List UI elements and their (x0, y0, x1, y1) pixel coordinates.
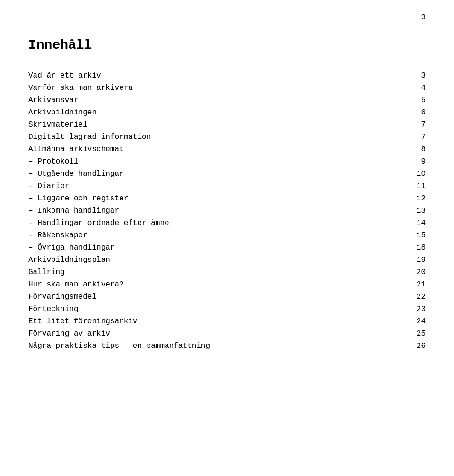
toc-entry-label: Några praktiska tips – en sammanfattning (28, 340, 346, 352)
toc-entry-page: 5 (346, 94, 426, 106)
toc-entry-label: – Utgående handlingar (28, 168, 346, 180)
toc-entry-label: Förvaring av arkiv (28, 328, 346, 340)
toc-entry-label: Gallring (28, 266, 346, 278)
toc-entry-label: Arkivbildningen (28, 106, 346, 119)
toc-entry-page: 23 (346, 303, 426, 315)
toc-entry-page: 26 (346, 340, 426, 352)
toc-entry-label: – Handlingar ordnade efter ämne (28, 217, 346, 229)
toc-entry-label: Arkivansvar (28, 94, 346, 106)
toc-entry-page: 19 (346, 254, 426, 266)
toc-row: Förteckning23 (28, 303, 426, 315)
toc-entry-page: 8 (346, 143, 426, 156)
toc-entry-page: 22 (346, 291, 426, 303)
toc-entry-page: 15 (346, 229, 426, 242)
toc-row: Skrivmateriel7 (28, 119, 426, 131)
toc-entry-page: 25 (346, 328, 426, 340)
toc-entry-label: Vad är ett arkiv (28, 69, 346, 82)
toc-entry-label: Förvaringsmedel (28, 291, 346, 303)
toc-row: Gallring20 (28, 266, 426, 278)
toc-row: Några praktiska tips – en sammanfattning… (28, 340, 426, 352)
toc-entry-page: 10 (346, 168, 426, 180)
toc-entry-label: Varför ska man arkivera (28, 82, 346, 94)
toc-entry-label: – Protokoll (28, 156, 346, 168)
toc-row: Förvaring av arkiv25 (28, 328, 426, 340)
toc-row: – Räkenskaper15 (28, 229, 426, 242)
toc-entry-label: – Räkenskaper (28, 229, 346, 242)
toc-entry-page: 24 (346, 315, 426, 328)
toc-row: – Inkomna handlingar13 (28, 205, 426, 217)
page-number: 3 (421, 13, 426, 22)
toc-entry-page: 4 (346, 82, 426, 94)
toc-entry-page: 6 (346, 106, 426, 119)
toc-row: – Utgående handlingar10 (28, 168, 426, 180)
toc-row: Arkivansvar5 (28, 94, 426, 106)
toc-row: Arkivbildningen6 (28, 106, 426, 119)
toc-entry-page: 14 (346, 217, 426, 229)
toc-entry-label: Allmänna arkivschemat (28, 143, 346, 156)
toc-entry-label: – Liggare och register (28, 192, 346, 205)
toc-entry-page: 9 (346, 156, 426, 168)
toc-row: – Handlingar ordnade efter ämne14 (28, 217, 426, 229)
toc-row: – Protokoll9 (28, 156, 426, 168)
toc-entry-label: Skrivmateriel (28, 119, 346, 131)
toc-table: Vad är ett arkiv3Varför ska man arkivera… (28, 69, 426, 352)
toc-entry-page: 7 (346, 119, 426, 131)
toc-row: – Diarier11 (28, 180, 426, 192)
toc-entry-page: 3 (346, 69, 426, 82)
toc-entry-label: Digitalt lagrad information (28, 131, 346, 143)
toc-entry-label: Förteckning (28, 303, 346, 315)
toc-row: – Liggare och register12 (28, 192, 426, 205)
toc-row: Allmänna arkivschemat8 (28, 143, 426, 156)
toc-entry-page: 12 (346, 192, 426, 205)
toc-entry-page: 11 (346, 180, 426, 192)
toc-entry-page: 20 (346, 266, 426, 278)
toc-title: Innehåll (28, 38, 426, 52)
toc-entry-page: 13 (346, 205, 426, 217)
toc-row: Digitalt lagrad information7 (28, 131, 426, 143)
toc-row: Vad är ett arkiv3 (28, 69, 426, 82)
toc-row: Ett litet föreningsarkiv24 (28, 315, 426, 328)
toc-row: Varför ska man arkivera4 (28, 82, 426, 94)
toc-entry-label: – Övriga handlingar (28, 242, 346, 254)
toc-entry-page: 21 (346, 278, 426, 291)
toc-row: Förvaringsmedel22 (28, 291, 426, 303)
toc-entry-label: Arkivbildningsplan (28, 254, 346, 266)
toc-entry-label: Ett litet föreningsarkiv (28, 315, 346, 328)
toc-entry-page: 7 (346, 131, 426, 143)
toc-entry-label: – Inkomna handlingar (28, 205, 346, 217)
toc-entry-label: – Diarier (28, 180, 346, 192)
toc-row: Arkivbildningsplan19 (28, 254, 426, 266)
toc-entry-label: Hur ska man arkivera? (28, 278, 346, 291)
toc-row: – Övriga handlingar18 (28, 242, 426, 254)
toc-row: Hur ska man arkivera?21 (28, 278, 426, 291)
toc-entry-page: 18 (346, 242, 426, 254)
